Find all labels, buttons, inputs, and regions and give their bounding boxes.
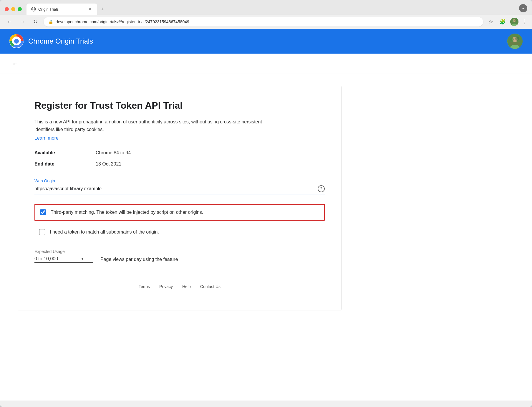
end-date-label: End date bbox=[34, 161, 82, 167]
tab-end-area bbox=[519, 4, 527, 12]
web-origin-input[interactable] bbox=[34, 185, 313, 193]
url-text: developer.chrome.com/origintrials/#/regi… bbox=[56, 19, 478, 24]
tab-favicon bbox=[31, 7, 36, 11]
subdomain-label: I need a token to match all subdomains o… bbox=[50, 229, 159, 235]
window-controls bbox=[5, 7, 22, 11]
back-nav-button[interactable]: ← bbox=[5, 17, 14, 27]
web-origin-label: Web Origin bbox=[34, 178, 325, 183]
main-content: Register for Trust Token API Trial This … bbox=[0, 74, 532, 322]
tab-bar: Origin Trials ✕ + bbox=[26, 4, 107, 15]
subdomain-checkbox-row: I need a token to match all subdomains o… bbox=[34, 224, 325, 240]
svg-point-9 bbox=[512, 20, 514, 22]
page-footer: Terms Privacy Help Contact Us bbox=[34, 277, 325, 296]
back-button[interactable]: ← bbox=[12, 59, 19, 68]
tab-close-button[interactable]: ✕ bbox=[87, 6, 92, 12]
subdomain-checkbox[interactable] bbox=[39, 229, 45, 235]
web-origin-field-group: Web Origin ? bbox=[34, 178, 325, 194]
maximize-button[interactable] bbox=[18, 7, 22, 11]
usage-select[interactable]: 0 to 10,000 10,000 to 100,000 100,000 to… bbox=[34, 256, 79, 261]
forward-nav-button[interactable]: → bbox=[18, 17, 27, 27]
third-party-checkbox-row: Third-party matching. The token will be … bbox=[34, 204, 325, 221]
svg-point-18 bbox=[515, 37, 519, 41]
form-card: Register for Trust Token API Trial This … bbox=[18, 86, 342, 310]
profile-avatar-button[interactable] bbox=[510, 18, 518, 26]
minimize-button[interactable] bbox=[11, 7, 15, 11]
footer-privacy-link[interactable]: Privacy bbox=[159, 284, 173, 289]
checkbox-group: Third-party matching. The token will be … bbox=[34, 204, 325, 240]
title-bar: Origin Trials ✕ + bbox=[0, 0, 532, 15]
chrome-menu-button[interactable] bbox=[519, 4, 527, 12]
lock-icon: 🔒 bbox=[48, 19, 53, 24]
close-button[interactable] bbox=[5, 7, 9, 11]
svg-point-10 bbox=[514, 19, 517, 21]
footer-terms-link[interactable]: Terms bbox=[139, 284, 150, 289]
third-party-label: Third-party matching. The token will be … bbox=[51, 210, 203, 215]
info-grid: Available Chrome 84 to 94 End date 13 Oc… bbox=[34, 150, 325, 167]
tab-title: Origin Trials bbox=[38, 7, 85, 11]
browser-window: Origin Trials ✕ + ← → ↻ 🔒 developer.chro… bbox=[0, 0, 532, 407]
svg-point-13 bbox=[14, 39, 19, 44]
user-avatar[interactable] bbox=[507, 34, 523, 49]
form-title: Register for Trust Token API Trial bbox=[34, 100, 325, 111]
usage-description: Page views per day using the feature bbox=[100, 257, 178, 262]
footer-help-link[interactable]: Help bbox=[182, 284, 191, 289]
extensions-button[interactable]: 🧩 bbox=[498, 18, 507, 26]
address-bar: ← → ↻ 🔒 developer.chrome.com/origintrial… bbox=[0, 15, 532, 29]
usage-select-wrapper: 0 to 10,000 10,000 to 100,000 100,000 to… bbox=[34, 256, 93, 263]
available-label: Available bbox=[34, 150, 82, 155]
svg-point-5 bbox=[521, 6, 525, 10]
active-tab[interactable]: Origin Trials ✕ bbox=[26, 4, 97, 15]
site-title: Chrome Origin Trials bbox=[28, 37, 93, 45]
page-content: Chrome Origin Trials ← Register for Trus… bbox=[0, 29, 532, 401]
web-origin-input-row: ? bbox=[34, 185, 325, 194]
chrome-logo-icon bbox=[9, 34, 24, 48]
available-value: Chrome 84 to 94 bbox=[96, 150, 325, 155]
svg-point-17 bbox=[510, 38, 514, 41]
url-bar[interactable]: 🔒 developer.chrome.com/origintrials/#/re… bbox=[44, 17, 483, 27]
help-icon[interactable]: ? bbox=[318, 185, 325, 192]
bookmark-button[interactable]: ☆ bbox=[487, 18, 495, 26]
learn-more-link[interactable]: Learn more bbox=[34, 135, 59, 141]
usage-section: Expected Usage 0 to 10,000 10,000 to 100… bbox=[34, 249, 325, 263]
usage-row: 0 to 10,000 10,000 to 100,000 100,000 to… bbox=[34, 256, 325, 263]
dropdown-arrow-icon: ▾ bbox=[82, 257, 83, 261]
footer-contact-link[interactable]: Contact Us bbox=[200, 284, 221, 289]
reload-button[interactable]: ↻ bbox=[31, 17, 40, 27]
svg-rect-19 bbox=[510, 42, 520, 45]
site-header: Chrome Origin Trials bbox=[0, 29, 532, 54]
form-description: This is a new API for propagating a noti… bbox=[34, 118, 270, 133]
site-title-area: Chrome Origin Trials bbox=[9, 34, 93, 48]
third-party-checkbox[interactable] bbox=[40, 209, 46, 215]
usage-label: Expected Usage bbox=[34, 249, 325, 254]
more-options-button[interactable]: ⋮ bbox=[522, 19, 527, 25]
new-tab-button[interactable]: + bbox=[97, 4, 107, 15]
back-area: ← bbox=[0, 54, 532, 74]
end-date-value: 13 Oct 2021 bbox=[96, 161, 325, 167]
